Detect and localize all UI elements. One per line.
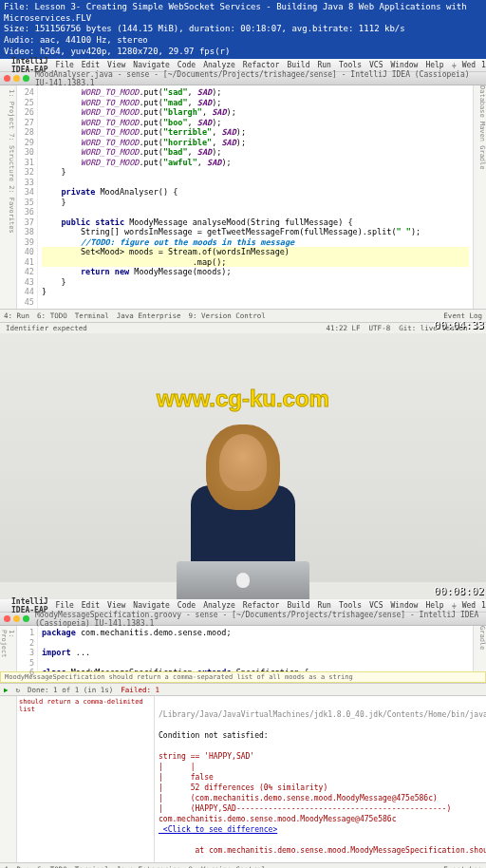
menu-edit[interactable]: Edit	[82, 601, 100, 610]
laptop	[177, 561, 309, 599]
apple-logo-icon	[236, 573, 250, 588]
menubar-time: 16:19	[481, 61, 486, 69]
line-number-gutter: 2425262728293031323334353637383940414243…	[17, 85, 38, 309]
timecode-mid: 00:08:02	[434, 585, 484, 597]
window-title: MoodAnalyser.java - sense - [~/Documents…	[35, 70, 482, 87]
tool-window-bar-bottom: 4: Run 6: TODO Terminal Java Enterprise …	[0, 862, 486, 868]
err-l1: string == 'HAPPY,SAD'	[159, 752, 254, 761]
menu-code[interactable]: Code	[178, 601, 196, 610]
notification-text: MoodyMessageSpecification should return …	[5, 673, 353, 681]
stack-at: at com.mechanitis.demo.sense.mood.MoodyM…	[159, 846, 486, 855]
status-bar-top: Identifier expected 41:22 LF UTF-8 Git: …	[0, 322, 486, 333]
err-l5: | (com.mechanitis.demo.sense.mood.MoodyM…	[159, 794, 438, 802]
left-gutter[interactable]: 1: Project 7: Structure 2: Favorites	[0, 85, 17, 309]
media-audio: Audio: aac, 44100 Hz, stereo	[4, 35, 482, 47]
err-l6: | (HAPPY,SAD----------------------------…	[159, 804, 451, 813]
menu-build[interactable]: Build	[287, 601, 309, 610]
status-message: Identifier expected	[6, 324, 87, 332]
err-l3: | false	[159, 773, 214, 782]
media-video: Video: h264, yuv420p, 1280x720, 29.97 fp…	[4, 47, 482, 58]
test-runner-toolbar: ▶ ↻ Done: 1 of 1 (in 1s) Failed: 1	[0, 683, 486, 696]
menu-refactor[interactable]: Refactor	[243, 601, 280, 610]
err-l7: com.mechanitis.demo.sense.mood.MoodyMess…	[159, 815, 396, 823]
presenter-figure	[191, 434, 295, 561]
test-failed: Failed: 1	[121, 686, 159, 694]
code-editor[interactable]: WORD_TO_MOOD.put("sad", SAD); WORD_TO_MO…	[38, 85, 473, 309]
menubar-time: 18:29	[481, 601, 486, 610]
menu-run[interactable]: Run	[317, 61, 330, 69]
menu-tools[interactable]: Tools	[339, 61, 362, 69]
failed-test-node[interactable]: should return a comma-delimited list	[19, 698, 152, 713]
watermark-text: www.cg-ku.com	[0, 386, 486, 412]
err-l4: | 52 differences (0% similarity)	[159, 783, 327, 792]
editor-top: 1: Project 7: Structure 2: Favorites 242…	[0, 85, 486, 309]
menu-code[interactable]: Code	[178, 61, 196, 69]
window-title: MoodyMessageSpecification.groovy - sense…	[35, 611, 482, 628]
notification-banner[interactable]: MoodyMessageSpecification should return …	[0, 671, 486, 683]
menu-vcs[interactable]: VCS	[369, 61, 383, 69]
menu-analyze[interactable]: Analyze	[203, 61, 235, 69]
menubar-day: Wed	[462, 61, 476, 69]
menu-edit[interactable]: Edit	[82, 61, 100, 69]
editor-bottom: 1: Project 12356 package com.mechanitis.…	[0, 626, 486, 671]
menu-tools[interactable]: Tools	[339, 601, 362, 610]
tool-run[interactable]: 4: Run	[4, 311, 29, 320]
presenter-video: www.cg-ku.com 00:08:02	[0, 333, 486, 599]
test-done: Done: 1 of 1 (in 1s)	[28, 686, 113, 694]
test-tree[interactable]: should return a comma-delimited list	[17, 696, 155, 862]
test-tree-gutter[interactable]	[0, 696, 17, 862]
diff-link[interactable]: <Click to see difference>	[159, 825, 277, 834]
menu-file[interactable]: File	[56, 601, 74, 610]
presenter-head	[219, 434, 267, 491]
cond-header: Condition not satisfied:	[159, 731, 269, 740]
window-titlebar-bottom: MoodyMessageSpecification.groovy - sense…	[0, 613, 486, 626]
bottom-ide-segment: IntelliJ IDEA-EAP File Edit View Navigat…	[0, 599, 486, 868]
menu-vcs[interactable]: VCS	[369, 601, 383, 610]
wifi-icon[interactable]: ⏚	[452, 61, 457, 69]
wifi-icon[interactable]: ⏚	[452, 601, 457, 610]
rerun-icon[interactable]: ↻	[16, 686, 21, 694]
minimize-icon[interactable]	[13, 75, 20, 82]
window-titlebar-top: MoodAnalyser.java - sense - [~/Documents…	[0, 72, 486, 85]
media-size: Size: 151156756 bytes (144.15 MiB), dura…	[4, 24, 482, 35]
top-ide-segment: IntelliJ IDEA-EAP File Edit View Navigat…	[0, 59, 486, 333]
test-results-panel: should return a comma-delimited list /Li…	[0, 696, 486, 862]
err-l2: | |	[159, 763, 196, 771]
timecode-top: 00:04:33	[434, 319, 484, 331]
menu-view[interactable]: View	[107, 601, 125, 610]
menu-file[interactable]: File	[56, 61, 74, 69]
menu-navigate[interactable]: Navigate	[133, 601, 170, 610]
media-file: File: Lesson 3- Creating Simple WebSocke…	[4, 2, 482, 24]
tool-window-bar: 4: Run 6: TODO Terminal Java Enterprise …	[0, 309, 486, 322]
menu-window[interactable]: Window	[390, 61, 418, 69]
menu-help[interactable]: Help	[425, 601, 443, 610]
menu-analyze[interactable]: Analyze	[203, 601, 235, 610]
maximize-icon[interactable]	[23, 615, 29, 622]
tool-vcs[interactable]: 9: Version Control	[189, 311, 266, 320]
menu-help[interactable]: Help	[425, 61, 443, 69]
menu-view[interactable]: View	[107, 61, 125, 69]
tool-javaee[interactable]: Java Enterprise	[117, 311, 181, 320]
tool-terminal[interactable]: Terminal	[75, 311, 109, 320]
menubar-day: Wed	[462, 601, 476, 610]
close-icon[interactable]	[4, 75, 10, 82]
maximize-icon[interactable]	[23, 75, 29, 82]
right-gutter[interactable]: Gradle	[473, 626, 486, 671]
menu-build[interactable]: Build	[287, 61, 309, 69]
menu-window[interactable]: Window	[390, 601, 418, 610]
menu-run[interactable]: Run	[317, 601, 330, 610]
media-info-overlay: File: Lesson 3- Creating Simple WebSocke…	[0, 0, 486, 59]
menu-navigate[interactable]: Navigate	[133, 61, 170, 69]
run-icon[interactable]: ▶	[4, 686, 9, 694]
left-gutter[interactable]: 1: Project	[0, 626, 17, 671]
test-console-output[interactable]: /Library/Java/JavaVirtualMachines/jdk1.8…	[155, 696, 486, 862]
code-editor[interactable]: package com.mechanitis.demo.sense.mood;i…	[38, 626, 473, 671]
minimize-icon[interactable]	[13, 615, 20, 622]
java-cmd: /Library/Java/JavaVirtualMachines/jdk1.8…	[159, 710, 486, 719]
menu-refactor[interactable]: Refactor	[243, 61, 280, 69]
line-number-gutter: 12356	[17, 626, 38, 671]
right-gutter[interactable]: Database Maven Gradle	[473, 85, 486, 309]
tool-todo[interactable]: 6: TODO	[37, 311, 67, 320]
close-icon[interactable]	[4, 615, 10, 622]
